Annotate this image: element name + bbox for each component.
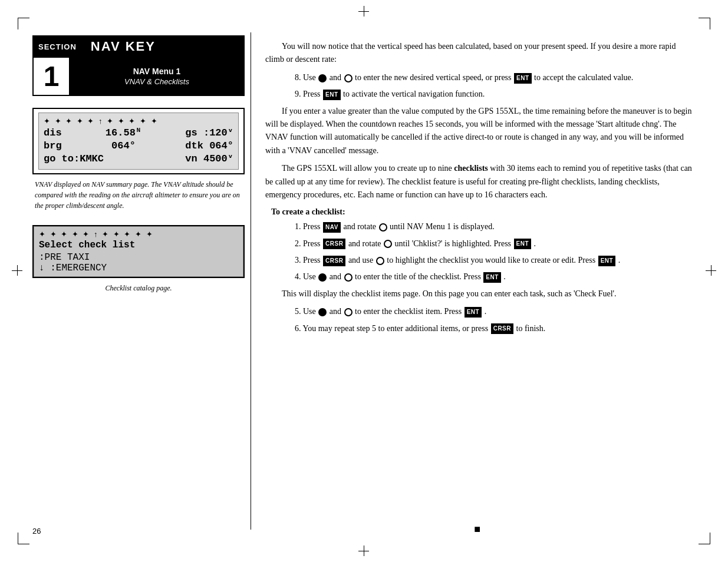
inner-knob-icon-3 <box>318 308 327 316</box>
nav-sub-label: VNAV & Checklists <box>77 77 236 86</box>
step-3-end: to highlight the checklist you would lik… <box>387 256 595 265</box>
gps-screen-1-inner: ✦ ✦ ✦ ✦ ✦ ↑ ✦ ✦ ✦ ✦ ✦ dis 16.58ᴺ gs :120… <box>38 113 239 170</box>
section-label: SECTION <box>34 37 81 57</box>
step-3-and-use: and use <box>348 256 375 265</box>
ent-key-6: ENT <box>465 307 482 318</box>
step-1-text: 1. Press <box>295 222 321 231</box>
step-2-mid: and rotate <box>348 239 381 248</box>
gps-brg-value: 064° <box>111 140 136 153</box>
corner-mark-tl <box>18 18 29 29</box>
gps-dots-row-1: ✦ ✦ ✦ ✦ ✦ ↑ ✦ ✦ ✦ ✦ ✦ <box>44 117 233 125</box>
gps-row-3: go to:KMKC vn 4500ᵛ <box>44 153 233 166</box>
ent-key-5: ENT <box>483 272 501 283</box>
step-5-and: and <box>330 307 344 316</box>
crsr-key-1: CRSR <box>323 239 345 249</box>
ent-key-1: ENT <box>514 73 532 84</box>
gps-screen-2-inner: ✦ ✦ ✦ ✦ ✦ ↑ ✦ ✦ ✦ ✦ ✦ Select check list … <box>34 226 243 277</box>
step-8-and: and <box>330 73 344 82</box>
crsr-key-3: CRSR <box>491 323 513 334</box>
step-8-tail: to accept the calculated value. <box>534 73 633 82</box>
checklist-item-2: ↓ :EMERGENCY <box>39 263 238 273</box>
outer-knob-icon-4 <box>376 257 384 265</box>
gps-gs-value: gs :120ᵛ <box>185 127 233 140</box>
checklist-item-1: :PRE TAXI <box>39 252 238 263</box>
crosshair-left <box>12 265 22 276</box>
step-2-text: 2. Press <box>295 239 321 248</box>
header-top-row: SECTION NAV KEY <box>34 37 243 57</box>
gps-screen-1: ✦ ✦ ✦ ✦ ✦ ↑ ✦ ✦ ✦ ✦ ✦ dis 16.58ᴺ gs :120… <box>32 108 245 174</box>
step-2: 2. Press CRSR and rotate until 'Chklist?… <box>295 237 684 250</box>
para-2: If you enter a value greater than the va… <box>265 105 696 158</box>
page-number: 26 <box>32 527 41 535</box>
corner-mark-br <box>699 533 710 544</box>
gps-row-1: dis 16.58ᴺ gs :120ᵛ <box>44 127 233 140</box>
right-column: You will now notice that the vertical sp… <box>265 40 696 339</box>
step-2-tail: . <box>534 239 536 248</box>
gps-dis-value: 16.58ᴺ <box>106 127 141 140</box>
left-column: SECTION NAV KEY 1 NAV Menu 1 VNAV & Chec… <box>32 35 245 293</box>
ent-key-4: ENT <box>598 256 616 266</box>
to-create-header: To create a checklist: <box>271 207 696 217</box>
step-8-mid: to enter the new desired vertical speed,… <box>355 73 512 82</box>
step-3-tail: . <box>618 256 621 265</box>
gps-brg-label: brg <box>44 140 62 153</box>
header-bottom-row: 1 NAV Menu 1 VNAV & Checklists <box>34 57 243 95</box>
step-3-text: 3. Press <box>295 256 321 265</box>
gps-row-2: brg 064° dtk 064° <box>44 140 233 153</box>
gps-vn-value: vn 4500ᵛ <box>185 153 233 166</box>
page-divider <box>251 32 251 530</box>
outer-knob-icon-6 <box>344 308 353 316</box>
outer-knob-icon-5 <box>344 273 353 282</box>
step-9-end: to activate the vertical navigation func… <box>343 90 485 98</box>
gps-goto-value: go to:KMKC <box>44 153 104 166</box>
inner-knob-icon-1 <box>318 74 327 82</box>
ent-key-3: ENT <box>514 239 532 249</box>
inner-knob-icon-2 <box>318 273 327 282</box>
gps-screen-2: ✦ ✦ ✦ ✦ ✦ ↑ ✦ ✦ ✦ ✦ ✦ Select check list … <box>32 225 245 278</box>
step-4-and: and <box>330 272 344 281</box>
caption-1: VNAV displayed on NAV summary page. The … <box>32 179 245 211</box>
para-3-bold: checklists <box>454 164 488 173</box>
crosshair-top <box>358 6 369 16</box>
step-9: 9. Press ENT to activate the vertical na… <box>295 88 684 101</box>
caption-2: Checklist catalog page. <box>32 283 245 293</box>
step-8: 8. Use and to enter the new desired vert… <box>295 71 684 84</box>
gps-dots-row-2: ✦ ✦ ✦ ✦ ✦ ↑ ✦ ✦ ✦ ✦ ✦ <box>39 230 238 239</box>
nav-menu-label: NAV Menu 1 <box>77 67 236 76</box>
gps-dtk-value: dtk 064° <box>185 140 233 153</box>
step-1-mid: and rotate <box>343 222 376 231</box>
nav-key-label: NAV KEY <box>81 37 243 57</box>
step-4-tail: . <box>503 272 506 281</box>
intro-paragraph: You will now notice that the vertical sp… <box>265 40 696 67</box>
step-4: 4. Use and to enter the title of the che… <box>295 270 684 283</box>
gps-dis-label: dis <box>44 127 62 140</box>
step-2-end: until 'Chklist?' is highlighted. Press <box>395 239 512 248</box>
step-9-text: 9. Press <box>295 90 321 98</box>
crosshair-right <box>706 265 716 276</box>
step-4-end: to enter the title of the checklist. Pre… <box>355 272 481 281</box>
para-3-prefix: The GPS 155XL will allow you to create u… <box>282 164 454 173</box>
crosshair-bottom <box>358 546 369 556</box>
outer-knob-icon-1 <box>344 74 353 82</box>
corner-mark-bl <box>18 533 29 544</box>
section-number: 1 <box>34 58 70 95</box>
corner-mark-tr <box>699 18 710 29</box>
step-6-text: 6. You may repeat step 5 to enter additi… <box>295 324 488 333</box>
step-1-end: until NAV Menu 1 is displayed. <box>390 222 495 231</box>
outer-knob-icon-2 <box>379 223 387 232</box>
step-4-text: 4. Use <box>295 272 316 281</box>
ent-key-2: ENT <box>323 90 341 100</box>
step-5-tail: . <box>485 307 487 316</box>
checklist-arrow-icon: ↓ :EMERGENCY <box>39 263 107 273</box>
bullet-mark: ■ <box>474 523 480 535</box>
step-5-end: to enter the checklist item. Press <box>355 307 462 316</box>
crsr-key-2: CRSR <box>323 256 345 266</box>
para-4: This will display the checklist items pa… <box>265 287 696 300</box>
step-3: 3. Press CRSR and use to highlight the c… <box>295 254 684 267</box>
nav-key-badge: NAV <box>323 222 341 233</box>
step-6-end: to finish. <box>516 324 546 333</box>
step-5: 5. Use and to enter the checklist item. … <box>295 305 684 318</box>
section-header: SECTION NAV KEY 1 NAV Menu 1 VNAV & Chec… <box>32 35 245 96</box>
checklist-title: Select check list <box>39 240 238 250</box>
outer-knob-icon-3 <box>384 240 392 248</box>
